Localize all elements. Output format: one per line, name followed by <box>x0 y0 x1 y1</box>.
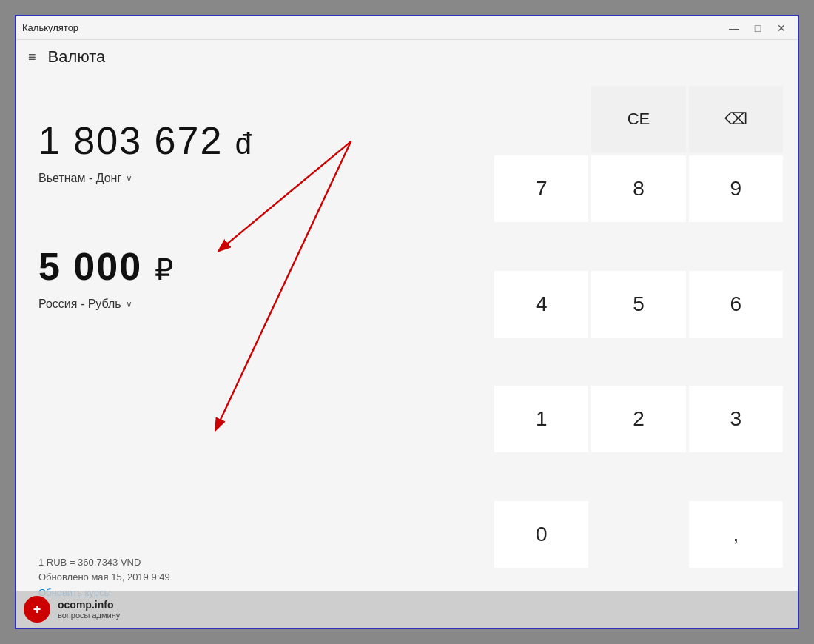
titlebar: Калькулятор — □ ✕ <box>16 16 798 40</box>
watermark-info: ocomp.info вопросы админу <box>58 599 120 620</box>
watermark-plus-icon: + <box>33 602 41 617</box>
key-empty-bottom <box>591 501 685 568</box>
chevron-down-icon-2: ∨ <box>126 299 132 309</box>
key-4[interactable]: 4 <box>494 271 588 338</box>
key-8[interactable]: 8 <box>591 155 685 222</box>
key-empty-top <box>494 86 588 152</box>
key-2[interactable]: 2 <box>591 386 685 452</box>
currency-bottom-label: Россия - Рубль <box>38 298 121 311</box>
window-controls: — □ ✕ <box>724 21 792 36</box>
watermark-subtitle: вопросы админу <box>58 611 120 620</box>
window-title: Калькулятор <box>22 22 78 33</box>
exchange-rate: 1 RUB = 360,7343 VND <box>38 555 465 571</box>
amount-top: 1 803 672 đ <box>38 118 465 163</box>
key-backspace[interactable]: ⌫ <box>689 86 783 152</box>
watermark-site: ocomp.info <box>58 599 120 611</box>
key-7[interactable]: 7 <box>494 155 588 222</box>
key-5[interactable]: 5 <box>591 271 685 338</box>
main-content: 1 803 672 đ Вьетнам - Донг ∨ 5 000 ₽ Рос… <box>16 74 798 628</box>
watermark: + ocomp.info вопросы админу <box>16 591 798 628</box>
key-3[interactable]: 3 <box>689 386 783 452</box>
app-window: Калькулятор — □ ✕ ≡ Валюта 1 803 672 đ В… <box>15 15 799 629</box>
amount-bottom-value: 5 000 <box>38 245 142 288</box>
watermark-logo: + <box>24 596 50 623</box>
app-header: ≡ Валюта <box>16 40 798 74</box>
symbol-top: đ <box>235 127 253 160</box>
currency-selector-bottom[interactable]: Россия - Рубль ∨ <box>38 298 465 311</box>
minimize-button[interactable]: — <box>724 21 744 36</box>
maximize-button[interactable]: □ <box>747 21 768 36</box>
close-button[interactable]: ✕ <box>771 21 792 36</box>
last-updated: Обновлено мая 15, 2019 9:49 <box>38 570 465 586</box>
currency-top-label: Вьетнам - Донг <box>38 172 121 185</box>
key-ce[interactable]: CE <box>591 86 685 152</box>
key-1[interactable]: 1 <box>494 386 588 452</box>
backspace-icon: ⌫ <box>724 110 747 129</box>
currency-selector-top[interactable]: Вьетнам - Донг ∨ <box>38 172 465 185</box>
key-0[interactable]: 0 <box>494 501 588 568</box>
right-panel: CE ⌫ 7 8 9 4 5 6 1 2 3 0 , <box>487 74 798 628</box>
amount-top-value: 1 803 672 <box>38 119 223 162</box>
symbol-bottom: ₽ <box>155 253 175 286</box>
amount-bottom: 5 000 ₽ <box>38 244 465 289</box>
key-comma[interactable]: , <box>689 501 783 568</box>
hamburger-icon[interactable]: ≡ <box>28 50 36 65</box>
page-title: Валюта <box>48 47 106 67</box>
key-9[interactable]: 9 <box>689 155 783 222</box>
left-panel: 1 803 672 đ Вьетнам - Донг ∨ 5 000 ₽ Рос… <box>16 74 487 628</box>
key-6[interactable]: 6 <box>689 271 783 338</box>
chevron-down-icon: ∨ <box>126 173 132 184</box>
keypad: CE ⌫ 7 8 9 4 5 6 1 2 3 0 , <box>494 86 783 613</box>
